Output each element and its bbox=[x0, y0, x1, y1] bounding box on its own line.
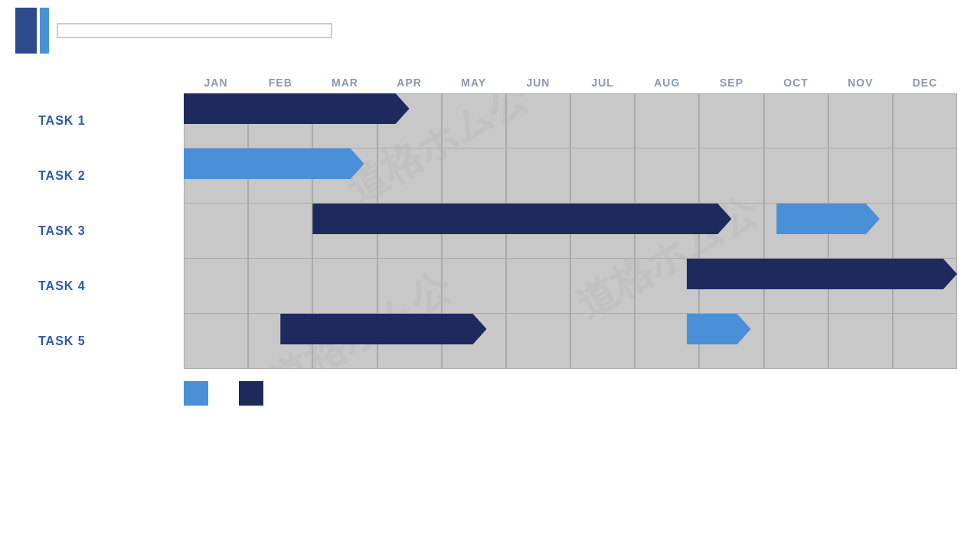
grid-cell bbox=[828, 259, 893, 313]
task-labels: TASK 1TASK 2TASK 3TASK 4TASK 5 bbox=[23, 93, 184, 369]
grid-cell bbox=[764, 94, 828, 148]
month-oct: OCT bbox=[764, 77, 828, 93]
grid-cell bbox=[184, 204, 248, 258]
gantt-grid: 道格ホム公 道格ホム公 道格ホム公 bbox=[184, 93, 957, 369]
grid-cell bbox=[312, 314, 377, 368]
grid-cell bbox=[312, 204, 377, 258]
grid-cell bbox=[764, 204, 828, 258]
grid-cell bbox=[506, 204, 570, 258]
grid-cell bbox=[893, 148, 957, 203]
grid-cell bbox=[635, 204, 699, 258]
grid-cell bbox=[828, 94, 893, 148]
grid-cell bbox=[828, 204, 893, 258]
accent-bar-dark bbox=[15, 8, 37, 54]
grid-cell bbox=[570, 94, 635, 148]
task-label-task5: TASK 5 bbox=[23, 314, 184, 369]
grid-cell bbox=[184, 314, 248, 368]
month-may: MAY bbox=[442, 77, 506, 93]
grid-cell bbox=[377, 259, 442, 313]
accent-bar-light bbox=[40, 8, 49, 54]
month-dec: DEC bbox=[893, 77, 957, 93]
task-label-task4: TASK 4 bbox=[23, 259, 184, 314]
grid-cell bbox=[635, 314, 699, 368]
grid-cell bbox=[506, 314, 570, 368]
month-nov: NOV bbox=[828, 77, 893, 93]
month-feb: FEB bbox=[248, 77, 312, 93]
page-title bbox=[57, 23, 332, 38]
grid-cell bbox=[570, 204, 635, 258]
grid-cell bbox=[184, 148, 248, 203]
task-label-task1: TASK 1 bbox=[23, 93, 184, 148]
grid-cell bbox=[570, 148, 635, 203]
grid-cell bbox=[828, 148, 893, 203]
grid-row-task1 bbox=[184, 93, 957, 148]
grid-cell bbox=[248, 259, 312, 313]
grid-cell bbox=[377, 148, 442, 203]
grid-cell bbox=[506, 148, 570, 203]
grid-cell bbox=[893, 314, 957, 368]
grid-cell bbox=[442, 259, 506, 313]
grid-row-task2 bbox=[184, 148, 957, 204]
grid-row-task3 bbox=[184, 204, 957, 259]
grid-cell bbox=[893, 94, 957, 148]
grid-cell bbox=[248, 314, 312, 368]
month-jun: JUN bbox=[506, 77, 570, 93]
grid-cell bbox=[312, 259, 377, 313]
grid-cell bbox=[699, 148, 763, 203]
grid-row-task4 bbox=[184, 259, 957, 314]
month-jan: JAN bbox=[184, 77, 248, 93]
grid-cell bbox=[442, 204, 506, 258]
grid-cell bbox=[699, 94, 763, 148]
grid-cell bbox=[570, 259, 635, 313]
grid-cell bbox=[764, 259, 828, 313]
grid-cell bbox=[893, 204, 957, 258]
grid-cell bbox=[635, 94, 699, 148]
grid-cell bbox=[442, 314, 506, 368]
grid-cell bbox=[377, 94, 442, 148]
grid-cell bbox=[442, 148, 506, 203]
grid-cell bbox=[248, 94, 312, 148]
grid-cell bbox=[442, 94, 506, 148]
grid-area: TASK 1TASK 2TASK 3TASK 4TASK 5 道格ホム公 道格ホ… bbox=[23, 93, 957, 369]
legend-box-dark bbox=[239, 381, 263, 406]
grid-cell bbox=[570, 314, 635, 368]
grid-cell bbox=[635, 259, 699, 313]
chart-container: JANFEBMARAPRMAYJUNJULAUGSEPOCTNOVDEC TAS… bbox=[23, 77, 957, 369]
month-aug: AUG bbox=[635, 77, 699, 93]
month-apr: APR bbox=[377, 77, 442, 93]
grid-cell bbox=[184, 259, 248, 313]
task-label-task2: TASK 2 bbox=[23, 148, 184, 204]
grid-cell bbox=[893, 259, 957, 313]
task-label-task3: TASK 3 bbox=[23, 204, 184, 259]
grid-row-task5 bbox=[184, 314, 957, 369]
grid-cell bbox=[377, 314, 442, 368]
month-jul: JUL bbox=[570, 77, 635, 93]
grid-cell bbox=[377, 204, 442, 258]
month-mar: MAR bbox=[312, 77, 377, 93]
month-sep: SEP bbox=[699, 77, 763, 93]
grid-cell bbox=[635, 148, 699, 203]
grid-cell bbox=[248, 204, 312, 258]
legend-box-blue bbox=[184, 381, 208, 406]
grid-cell bbox=[828, 314, 893, 368]
grid-cell bbox=[699, 314, 763, 368]
legend-item-2 bbox=[239, 381, 263, 406]
grid-cell bbox=[699, 259, 763, 313]
legend bbox=[184, 381, 980, 406]
grid-cell bbox=[764, 314, 828, 368]
grid-cell bbox=[184, 94, 248, 148]
grid-cell bbox=[506, 94, 570, 148]
months-row: JANFEBMARAPRMAYJUNJULAUGSEPOCTNOVDEC bbox=[184, 77, 957, 93]
header bbox=[0, 0, 980, 61]
grid-cell bbox=[312, 148, 377, 203]
grid-cell bbox=[764, 148, 828, 203]
grid-cell bbox=[248, 148, 312, 203]
grid-cell bbox=[699, 204, 763, 258]
grid-cell bbox=[506, 259, 570, 313]
legend-item-1 bbox=[184, 381, 208, 406]
grid-cell bbox=[312, 94, 377, 148]
